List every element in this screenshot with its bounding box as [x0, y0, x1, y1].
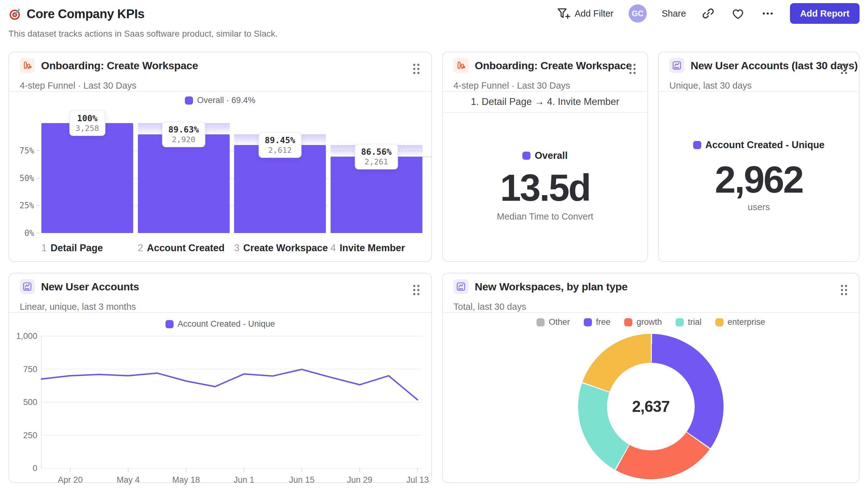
funnel-report-icon: [454, 58, 468, 73]
line-chart-svg: [9, 273, 431, 482]
funnel-pct-label: 89.63%: [168, 125, 199, 134]
line-chart: 02505007501,000Apr 20May 4May 18Jun 1Jun…: [9, 273, 431, 482]
card-new-user-accounts-line: New User Accounts Linear, unique, last 3…: [8, 273, 432, 483]
metric-caption: Median Time to Convert: [443, 212, 647, 222]
funnel-step-label: 2Account Created: [138, 242, 225, 254]
y-axis-tick: [36, 150, 40, 151]
y-axis-tick-label: 0: [9, 463, 37, 473]
donut-center-value: 2,637: [632, 397, 670, 416]
funnel-step-label: 1Detail Page: [41, 242, 103, 254]
drag-handle-icon[interactable]: [629, 63, 637, 76]
page-title: Core Company KPIs: [27, 7, 145, 21]
funnel-value-tooltip: 100%3,258: [69, 110, 105, 136]
funnel-value-tooltip: 89.45%2,612: [258, 132, 302, 158]
divider: [443, 312, 859, 313]
legend-swatch: [715, 318, 723, 326]
legend-swatch: [624, 318, 632, 326]
legend-swatch: [693, 141, 701, 149]
step-name: Create Workspace: [243, 242, 328, 253]
legend-swatch: [522, 152, 530, 160]
x-axis-tick-label: May 4: [117, 475, 140, 485]
funnel-bar[interactable]: [234, 145, 326, 233]
step-index: 2: [138, 242, 143, 253]
x-axis-tick-label: Jun 29: [347, 475, 372, 485]
card-new-workspaces-donut: New Workspaces, by plan type Total, last…: [442, 273, 860, 483]
donut-hole: 2,637: [607, 363, 695, 450]
card-subtitle: 4-step Funnel · Last 30 Days: [454, 80, 570, 91]
funnel-count-label: 3,258: [75, 124, 99, 133]
y-axis-tick: [36, 178, 40, 178]
legend-item-growth[interactable]: growth: [624, 317, 662, 327]
x-axis-tick-label: Jul 13: [406, 475, 429, 485]
add-report-button[interactable]: Add Report: [790, 3, 860, 24]
funnel-pct-label: 89.45%: [265, 135, 296, 145]
legend-item-account-created[interactable]: Account Created - Unique: [693, 139, 825, 151]
x-axis-tick-label: Apr 20: [58, 475, 83, 485]
funnel-count-label: 2,920: [168, 135, 199, 144]
funnel-bar-chart: 0%25%50%75%100%3,2581Detail Page89.63%2,…: [9, 52, 431, 261]
legend-item-trial[interactable]: trial: [676, 317, 702, 327]
y-axis-tick-label: 75%: [9, 146, 34, 155]
filter-plus-icon: [556, 6, 570, 21]
add-filter-button[interactable]: Add Filter: [556, 6, 614, 21]
divider: [659, 91, 859, 92]
add-filter-label: Add Filter: [575, 8, 614, 19]
card-subtitle: Unique, last 30 days: [669, 80, 752, 91]
step-name: Invite Member: [340, 242, 405, 253]
drag-handle-icon[interactable]: [840, 63, 848, 76]
favorite-heart-icon[interactable]: [731, 6, 745, 21]
card-median-time-to-convert: Onboarding: Create Workspace 4-step Funn…: [442, 52, 648, 262]
funnel-bar[interactable]: [138, 134, 230, 233]
step-name: Account Created: [147, 242, 225, 253]
overall-conversion-line: [423, 157, 431, 157]
line-series[interactable]: [41, 369, 418, 400]
share-label: Share: [662, 8, 686, 19]
funnel-pct-label: 100%: [75, 113, 99, 123]
funnel-value-tooltip: 89.63%2,920: [162, 122, 205, 147]
drag-handle-icon[interactable]: [840, 284, 848, 297]
legend-label: Other: [549, 317, 570, 327]
x-axis-tick-label: May 18: [172, 475, 200, 485]
funnel-step-label: 4Invite Member: [331, 242, 405, 254]
chart-legend: Account Created - Unique: [659, 139, 859, 151]
y-axis-tick-label: 250: [9, 430, 37, 440]
insights-report-icon: [454, 279, 468, 294]
funnel-step-range: 1. Detail Page → 4. Invite Member: [443, 91, 647, 112]
metric-value: 13.5d: [443, 169, 647, 206]
step-index: 4: [331, 242, 336, 253]
legend-label: Overall: [535, 150, 567, 161]
legend-swatch: [536, 318, 545, 326]
legend-label: enterprise: [727, 317, 765, 327]
legend-label: Account Created - Unique: [705, 139, 825, 151]
page-subtitle: This dataset tracks actions in Saas soft…: [8, 29, 278, 39]
page-header: Core Company KPIs This dataset tracks ac…: [8, 0, 860, 47]
funnel-count-label: 2,612: [265, 145, 296, 155]
y-axis-tick: [36, 205, 40, 206]
y-axis-tick-label: 50%: [9, 173, 34, 183]
copy-link-icon[interactable]: [701, 6, 715, 21]
funnel-value-tooltip: 86.56%2,261: [355, 144, 398, 169]
insights-report-icon: [669, 58, 684, 73]
card-subtitle: Total, last 30 days: [454, 302, 526, 312]
share-button[interactable]: Share: [662, 8, 686, 19]
y-axis-tick-label: 25%: [9, 201, 34, 210]
funnel-pct-label: 86.56%: [361, 147, 392, 157]
card-title: Onboarding: Create Workspace: [475, 60, 632, 72]
more-menu-icon[interactable]: [761, 6, 775, 21]
funnel-bar[interactable]: [41, 123, 133, 233]
y-axis-tick: [36, 233, 40, 233]
target-icon: [8, 7, 22, 21]
legend-item-other[interactable]: Other: [536, 317, 570, 327]
legend-item-overall[interactable]: Overall: [522, 150, 567, 161]
toolbar: Add Filter GC Share Add Report: [556, 2, 860, 25]
step-index: 1: [41, 242, 47, 253]
card-title: New User Accounts (last 30 days): [691, 60, 858, 72]
legend-item-enterprise[interactable]: enterprise: [715, 317, 765, 327]
funnel-count-label: 2,261: [361, 157, 392, 166]
card-title: New Workspaces, by plan type: [475, 281, 628, 293]
avatar[interactable]: GC: [629, 4, 647, 23]
legend-item-free[interactable]: free: [584, 317, 611, 327]
legend-label: trial: [688, 317, 702, 327]
chart-legend: Overall: [443, 150, 647, 161]
step-index: 3: [234, 242, 239, 253]
